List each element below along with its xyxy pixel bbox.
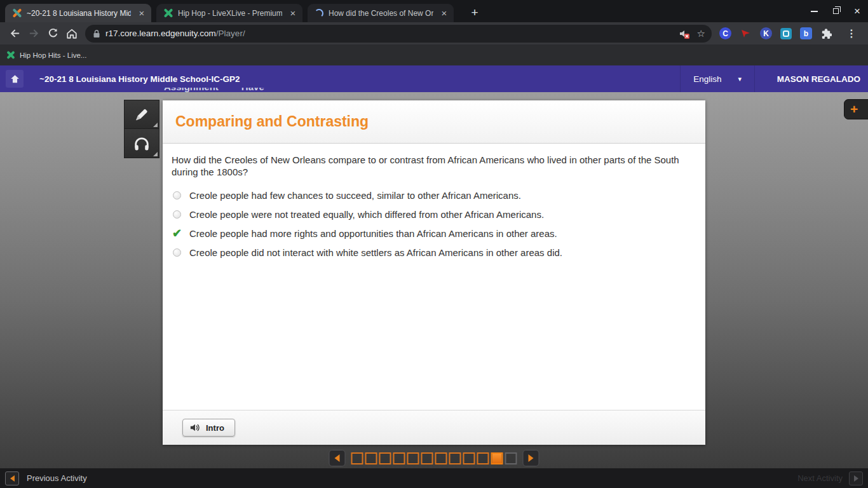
- forward-button[interactable]: [24, 24, 43, 43]
- page-square-visited[interactable]: [365, 452, 377, 464]
- address-bar[interactable]: r17.core.learn.edgenuity.com/Player/ ☆: [85, 25, 712, 43]
- highlighter-tool-button[interactable]: [124, 100, 159, 129]
- reload-button[interactable]: [43, 24, 62, 43]
- restore-icon: [833, 8, 839, 14]
- clipped-tab-assignment[interactable]: Assignment: [164, 88, 219, 92]
- user-menu[interactable]: MASON REGALADO: [777, 65, 860, 92]
- tab-edgenuity[interactable]: ~20-21 8 Louisiana History Midd ×: [5, 4, 151, 22]
- edgenuity-header: ~20-21 8 Louisiana History Middle School…: [0, 65, 868, 92]
- language-selector[interactable]: English ▾: [680, 65, 755, 92]
- page-square-visited[interactable]: [379, 452, 391, 464]
- page-square-visited[interactable]: [407, 452, 419, 464]
- close-icon[interactable]: ×: [438, 8, 450, 19]
- player-content-area: + Comparing and Contrasting How did the …: [0, 92, 868, 468]
- pagination-next-button[interactable]: [523, 450, 539, 466]
- extension-icon-teal[interactable]: [780, 28, 792, 39]
- bookmarks-bar: Hip Hop Hits - Live...: [0, 44, 868, 65]
- intro-button-label: Intro: [206, 423, 224, 433]
- side-panel-toggle[interactable]: +: [844, 99, 868, 119]
- loading-spinner-icon: [315, 9, 323, 18]
- new-tab-button[interactable]: +: [466, 4, 483, 21]
- tool-rail: [124, 100, 159, 158]
- back-button[interactable]: [5, 24, 24, 43]
- pencil-icon: [133, 106, 150, 123]
- next-activity-label: Next Activity: [797, 473, 843, 483]
- extensions-puzzle-icon[interactable]: [820, 28, 832, 39]
- page-square-visited[interactable]: [463, 452, 475, 464]
- page-square-current[interactable]: [491, 452, 503, 464]
- browser-tab-strip: ~20-21 8 Louisiana History Midd × Hip Ho…: [0, 0, 868, 22]
- left-triangle-icon: [10, 475, 15, 482]
- home-arrow-icon: [10, 74, 20, 85]
- activity-card-body: How did the Creoles of New Orleans compa…: [163, 144, 705, 410]
- previous-activity-button[interactable]: [5, 471, 19, 485]
- bookmark-item[interactable]: Hip Hop Hits - Live...: [20, 51, 86, 59]
- forward-icon: [29, 28, 39, 39]
- speaker-icon: [189, 423, 201, 433]
- plus-icon: +: [850, 102, 858, 117]
- clipped-tab-secondary[interactable]: Have: [241, 88, 264, 92]
- extension-icon-c[interactable]: C: [719, 27, 731, 39]
- close-icon[interactable]: ×: [287, 8, 299, 19]
- page-square-visited[interactable]: [393, 452, 405, 464]
- close-icon[interactable]: ×: [136, 8, 147, 19]
- green-x-icon: [6, 51, 15, 60]
- minimize-button[interactable]: [803, 0, 825, 22]
- home-button[interactable]: [62, 24, 81, 43]
- right-triangle-icon: [854, 475, 858, 482]
- question-text: How did the Creoles of New Orleans compa…: [172, 154, 680, 178]
- browser-menu-icon[interactable]: ⋮: [846, 27, 857, 39]
- tab-title: ~20-21 8 Louisiana History Midd: [27, 9, 131, 18]
- tab-title: Hip Hop - LiveXLive - Premium L: [178, 9, 282, 18]
- slide-pagination: [329, 449, 539, 468]
- next-activity-button[interactable]: [849, 471, 863, 485]
- bookmark-star-icon[interactable]: ☆: [697, 28, 705, 39]
- pagination-prev-button[interactable]: [329, 450, 346, 466]
- answer-option-selected[interactable]: ✔ Creole people had more rights and oppo…: [172, 227, 696, 240]
- extension-icon-b[interactable]: b: [800, 27, 812, 39]
- chevron-down-icon: ▾: [738, 75, 742, 83]
- window-controls: ×: [803, 0, 868, 22]
- page-square-visited[interactable]: [477, 452, 489, 464]
- url-host: r17.core.learn.edgenuity.com: [105, 29, 216, 38]
- page-square-visited[interactable]: [449, 452, 461, 464]
- url-text: r17.core.learn.edgenuity.com/Player/: [105, 29, 245, 38]
- headphones-icon: [133, 135, 151, 152]
- tab-title: How did the Creoles of New Orle: [329, 9, 433, 18]
- edgenuity-x-icon: [12, 8, 22, 18]
- back-icon: [10, 28, 20, 39]
- next-activity-group: Next Activity: [797, 471, 863, 485]
- tab-question[interactable]: How did the Creoles of New Orle ×: [308, 4, 454, 22]
- tab-muted-icon[interactable]: [678, 28, 691, 39]
- edgenuity-home-button[interactable]: [6, 70, 24, 88]
- radio-icon[interactable]: [173, 191, 181, 200]
- answer-option[interactable]: Creole people had few chances to succeed…: [172, 189, 696, 201]
- answer-option[interactable]: Creole people were not treated equally, …: [172, 208, 696, 220]
- radio-icon[interactable]: [173, 248, 181, 257]
- page-square-future[interactable]: [505, 452, 517, 464]
- language-value: English: [693, 74, 721, 84]
- answer-option[interactable]: Creole people did not interact with whit…: [172, 246, 696, 259]
- tab-livexlive[interactable]: Hip Hop - LiveXLive - Premium L ×: [156, 4, 302, 22]
- intro-audio-button[interactable]: Intro: [182, 419, 235, 437]
- green-x-icon: [163, 8, 173, 18]
- check-icon: ✔: [172, 228, 182, 239]
- browser-toolbar: r17.core.learn.edgenuity.com/Player/ ☆ C…: [0, 22, 868, 44]
- restore-button[interactable]: [825, 0, 846, 22]
- page-square-visited[interactable]: [435, 452, 447, 464]
- activity-nav-bar: Previous Activity Next Activity: [0, 468, 868, 488]
- extension-icon-k[interactable]: K: [760, 27, 772, 39]
- extension-icon-red-arrow[interactable]: [740, 27, 752, 39]
- answer-option-label: Creole people had few chances to succeed…: [189, 190, 521, 201]
- page-square-visited[interactable]: [351, 452, 363, 464]
- previous-activity-label[interactable]: Previous Activity: [27, 473, 87, 483]
- answer-option-label: Creole people did not interact with whit…: [189, 247, 562, 258]
- activity-card-footer: Intro: [163, 410, 705, 445]
- left-triangle-icon: [335, 454, 340, 462]
- lock-icon: [93, 29, 100, 38]
- read-aloud-tool-button[interactable]: [124, 129, 159, 158]
- window-close-button[interactable]: ×: [846, 0, 868, 22]
- page-square-visited[interactable]: [421, 452, 433, 464]
- radio-icon[interactable]: [173, 210, 181, 219]
- reload-icon: [48, 28, 58, 39]
